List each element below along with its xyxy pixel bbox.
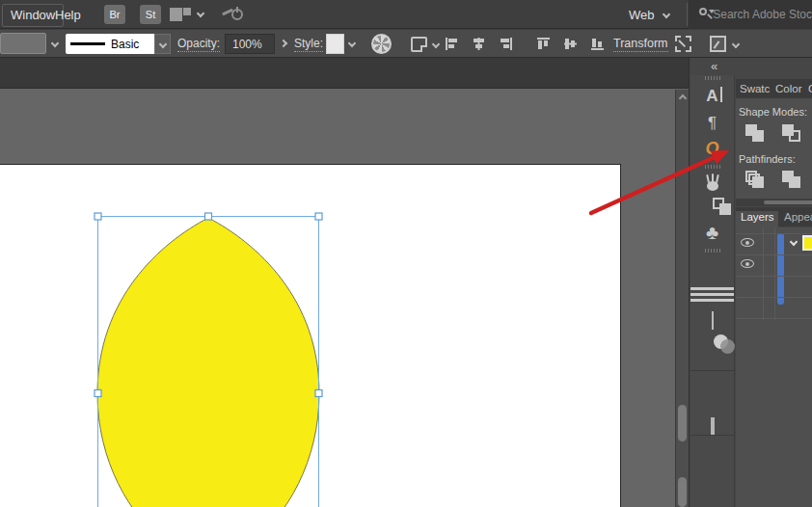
recolor-artwork-icon[interactable] — [371, 34, 392, 54]
panel-gripper[interactable] — [705, 165, 720, 169]
trim-button[interactable] — [781, 171, 806, 192]
transform-link[interactable]: Transform — [613, 37, 668, 52]
menu-bar: Window Help Br St Web Search Adobe Stoc — [0, 0, 812, 29]
opacity-value: 100% — [232, 38, 262, 51]
layers-row-line — [736, 233, 812, 234]
free-transform-icon[interactable] — [675, 36, 691, 52]
sync-status-icon[interactable] — [222, 7, 243, 22]
panel-gripper[interactable] — [705, 76, 720, 80]
paragraph-panel-icon[interactable]: ¶ — [690, 114, 734, 133]
shape-options-chevron[interactable] — [732, 40, 740, 48]
illustrator-window: Window Help Br St Web Search Adobe Stoc … — [0, 0, 812, 507]
tab-truncated[interactable]: C — [808, 83, 812, 94]
fill-swatch-dropdown[interactable] — [0, 33, 46, 54]
graphic-style-swatch[interactable] — [326, 34, 344, 54]
align-bottom-icon[interactable] — [590, 37, 605, 51]
layers-row-line — [736, 276, 812, 277]
collapse-panels-icon[interactable]: « — [711, 59, 717, 73]
layers-tab-bar: Layers Appea — [736, 207, 812, 227]
symbols-panel-icon[interactable]: ♣ — [690, 222, 734, 244]
search-icon — [699, 8, 704, 21]
tab-color[interactable]: Color — [775, 83, 801, 94]
panel-icon-strip: A ¶ O ♣ — [690, 75, 735, 507]
arrange-documents-chevron-icon[interactable] — [197, 10, 204, 17]
scroll-up-icon[interactable] — [679, 94, 687, 102]
stroke-style-chevron[interactable] — [154, 34, 171, 54]
layers-grid-line — [763, 227, 764, 320]
panel-gripper[interactable] — [705, 249, 720, 253]
stroke-preview-line — [70, 42, 105, 45]
gradient-panel-icon[interactable] — [690, 312, 734, 330]
search-adobe-stock-field[interactable]: Search Adobe Stoc — [689, 0, 812, 29]
pathfinder-tab-bar: Swatc Color C — [736, 79, 812, 98]
style-label[interactable]: Style: — [294, 37, 323, 52]
menubar-divider — [687, 3, 688, 26]
document-setup-chevron[interactable] — [432, 40, 440, 48]
opentype-panel-icon[interactable]: O — [690, 139, 734, 159]
hidden-panel-icon[interactable] — [690, 417, 734, 435]
arrange-documents-icon[interactable] — [170, 8, 191, 21]
divide-button[interactable] — [744, 171, 770, 192]
layers-row-line — [736, 297, 812, 298]
stroke-panel-icon[interactable] — [690, 287, 734, 302]
character-panel-icon[interactable]: A — [690, 87, 734, 106]
canvas-area[interactable] — [0, 58, 689, 507]
tab-swatches[interactable]: Swatc — [740, 83, 770, 94]
layers-row-line — [736, 318, 812, 319]
layer-selection-bar — [777, 233, 784, 305]
control-bar: Basic Opacity: 100% Style: Transform — [0, 30, 812, 58]
stock-button[interactable]: St — [140, 5, 161, 24]
canvas-top-band — [0, 58, 689, 89]
layers-panel — [736, 227, 812, 507]
layer-thumbnail[interactable] — [802, 235, 812, 251]
layer-expand-icon[interactable] — [790, 238, 798, 246]
bridge-button[interactable]: Br — [104, 5, 125, 24]
shape-options-icon[interactable] — [710, 36, 726, 52]
layer-visibility-icon[interactable] — [741, 238, 756, 249]
opacity-input[interactable]: 100% — [225, 34, 275, 54]
menu-help[interactable]: Help — [55, 8, 81, 22]
document-setup-icon[interactable] — [411, 37, 427, 52]
artboard[interactable] — [0, 164, 621, 507]
workspace-switcher[interactable]: Web — [629, 0, 669, 29]
align-top-icon[interactable] — [536, 37, 551, 51]
scrollbar-thumb-lower[interactable] — [678, 477, 687, 507]
panel-dock: « A ¶ O ♣ Swatc Color — [689, 58, 812, 507]
chevron-down-icon — [662, 11, 669, 18]
minus-front-button[interactable] — [781, 124, 806, 146]
style-chevron-icon[interactable] — [348, 40, 356, 47]
swatch-chevron-icon[interactable] — [51, 40, 59, 47]
align-middle-icon[interactable] — [563, 37, 578, 51]
align-right-icon[interactable] — [499, 37, 513, 51]
expanded-panels: Swatc Color C Shape Modes: Pathfinders: … — [736, 58, 812, 507]
stroke-style-select[interactable]: Basic — [66, 34, 154, 54]
align-left-icon[interactable] — [445, 37, 459, 51]
shape-modes-label: Shape Modes: — [739, 106, 807, 118]
layers-row-line — [736, 254, 812, 255]
pathfinder-horizontal-scrollbar[interactable] — [736, 199, 812, 206]
tab-appearance[interactable]: Appea — [784, 211, 812, 223]
strip-divider — [690, 435, 734, 436]
unite-button[interactable] — [744, 124, 770, 146]
opacity-expand-icon[interactable] — [280, 40, 287, 47]
canvas-vertical-scrollbar[interactable] — [675, 90, 689, 507]
stroke-style-value: Basic — [111, 38, 139, 51]
align-center-icon[interactable] — [472, 37, 486, 51]
pathfinders-label: Pathfinders: — [739, 153, 796, 165]
workspace-value: Web — [629, 8, 655, 22]
scrollbar-thumb[interactable] — [678, 405, 687, 441]
brushes-panel-icon[interactable] — [690, 172, 734, 197]
strip-divider — [690, 370, 734, 371]
layer-visibility-icon[interactable] — [741, 259, 756, 270]
pathfinder-panel: Shape Modes: Pathfinders: — [736, 98, 812, 199]
layers-grid-line — [774, 227, 775, 320]
search-placeholder: Search Adobe Stoc — [713, 8, 812, 21]
tab-layers[interactable]: Layers — [741, 211, 774, 223]
hscroll-thumb[interactable] — [764, 200, 812, 204]
opacity-label[interactable]: Opacity: — [177, 37, 220, 52]
